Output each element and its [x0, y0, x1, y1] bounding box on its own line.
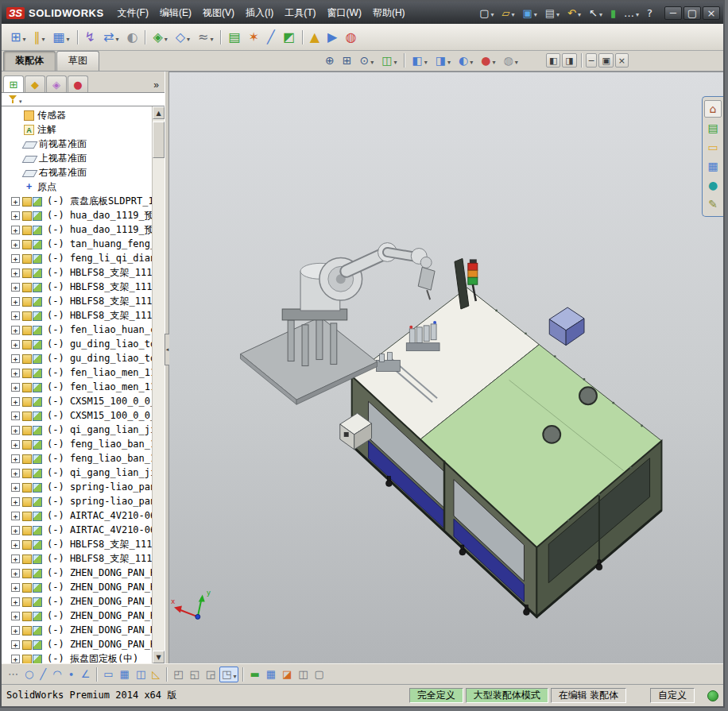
- graphics-area[interactable]: x y ⌂▤▭▦●✎: [169, 71, 723, 663]
- hide-show-items-button[interactable]: ◐: [455, 52, 476, 68]
- mass-properties-button[interactable]: ▦: [264, 667, 278, 682]
- tree-item[interactable]: (-) ZHEN_DONG_PAN_KO: [2, 623, 152, 637]
- menu-help[interactable]: 帮助(H): [367, 4, 411, 22]
- expand-toggle[interactable]: [11, 354, 20, 363]
- expand-toggle[interactable]: [11, 555, 20, 563]
- tree-item[interactable]: (-) ZHEN_DONG_PAN_KO: [2, 580, 152, 594]
- display-style-dropdown[interactable]: [447, 53, 451, 68]
- tree-item[interactable]: (-) fen_liao_men_11: [2, 380, 152, 394]
- arc-tool-button[interactable]: ◠: [50, 667, 64, 682]
- reference-geometry-dropdown[interactable]: [187, 30, 190, 44]
- section-properties-button[interactable]: ◪: [280, 667, 294, 682]
- expand-toggle[interactable]: [11, 640, 20, 649]
- file-explorer-button[interactable]: ▭: [704, 138, 722, 156]
- trim-entities-button[interactable]: ◺: [149, 667, 162, 682]
- display-style-button[interactable]: ◨: [432, 52, 454, 68]
- expand-toggle[interactable]: [11, 426, 20, 435]
- tab-sketch[interactable]: 草图: [56, 51, 99, 71]
- edit-appearance-button[interactable]: ◍: [342, 28, 359, 47]
- reference-geometry-button[interactable]: ◇: [172, 28, 193, 47]
- show-hidden-components-button[interactable]: ◐: [123, 28, 141, 47]
- tree-item[interactable]: (-) hua_dao_1119_预顶: [2, 222, 152, 237]
- expand-toggle[interactable]: [11, 655, 20, 663]
- display-pane-toggle-button[interactable]: ◨: [562, 53, 576, 68]
- featuremanager-button[interactable]: ⊞: [3, 75, 24, 92]
- linear-sketch-pattern-button[interactable]: ▦: [118, 667, 132, 682]
- menu-file[interactable]: 文件(F): [112, 4, 154, 22]
- help-button[interactable]: ?: [644, 5, 656, 21]
- expand-toggle[interactable]: [11, 197, 20, 206]
- open-document-button[interactable]: ▱: [498, 5, 517, 21]
- tree-item[interactable]: (-) spring-liao_pan_: [2, 494, 152, 508]
- scroll-thumb[interactable]: [153, 122, 165, 158]
- menu-insert[interactable]: 插入(I): [240, 4, 279, 22]
- expand-toggle[interactable]: [11, 497, 20, 506]
- expand-toggle[interactable]: [11, 612, 20, 620]
- expand-toggle[interactable]: [11, 254, 20, 263]
- assembly-features-dropdown[interactable]: [165, 30, 168, 44]
- doc-close-button[interactable]: ×: [615, 53, 629, 68]
- select-dropdown[interactable]: [599, 6, 602, 20]
- print-dropdown[interactable]: [556, 6, 560, 20]
- tree-item[interactable]: 右视基准面: [2, 165, 152, 180]
- zoom-to-area-button[interactable]: ⊞: [339, 52, 355, 68]
- instant3d-button[interactable]: ▲: [307, 28, 323, 47]
- tree-item[interactable]: (-) ZHEN_DONG_PAN_KO: [2, 594, 152, 609]
- undo-dropdown[interactable]: [578, 6, 581, 20]
- rectangle-tool-button[interactable]: ▭: [101, 667, 115, 682]
- close-button[interactable]: ×: [703, 6, 720, 20]
- expand-toggle[interactable]: [11, 240, 20, 249]
- split-window-button[interactable]: ◫: [296, 667, 310, 682]
- tree-item[interactable]: (-) qi_gang_lian_jie: [2, 466, 152, 480]
- new-document-button[interactable]: ▢: [476, 5, 497, 21]
- expand-toggle[interactable]: [11, 626, 20, 635]
- linear-component-pattern-button[interactable]: ▦: [49, 28, 72, 47]
- tree-item[interactable]: (-) AIRTAC_4V210-06-: [2, 523, 152, 537]
- tree-item[interactable]: (-) feng_liao_ban_11: [2, 437, 152, 451]
- curves-button[interactable]: ≈: [195, 28, 216, 47]
- tree-item[interactable]: (-) feng_li_qi_dian_: [2, 251, 152, 265]
- edit-appearance-hud-button[interactable]: ●: [478, 52, 498, 68]
- insert-components-dropdown[interactable]: [22, 30, 25, 44]
- mate-button[interactable]: ∥: [30, 28, 48, 47]
- view-isometric-dropdown[interactable]: [233, 667, 236, 682]
- tree-item[interactable]: 传感器: [2, 108, 152, 122]
- menu-window[interactable]: 窗口(W): [322, 4, 367, 22]
- expand-toggle[interactable]: [11, 269, 20, 277]
- expand-toggle[interactable]: [11, 412, 20, 420]
- menu-view[interactable]: 视图(V): [197, 4, 240, 22]
- zoom-to-fit-button[interactable]: ⊕: [322, 52, 338, 68]
- tree-item[interactable]: (-) ZHEN_DONG_PAN_KO: [2, 566, 152, 580]
- expand-toggle[interactable]: [11, 369, 20, 377]
- interference-detection-button[interactable]: ◩: [280, 28, 298, 47]
- toolbox-button[interactable]: ▮: [607, 5, 619, 21]
- panel-tab-overflow-button[interactable]: »: [149, 79, 163, 92]
- apply-scene-dropdown[interactable]: [515, 53, 518, 68]
- status-help-icon[interactable]: [707, 690, 718, 701]
- maximize-button[interactable]: ▢: [683, 6, 701, 20]
- tree-scrollbar[interactable]: [152, 106, 165, 663]
- expand-toggle[interactable]: [11, 211, 20, 220]
- tree-item[interactable]: (-) HBLFS8_支架_1119: [2, 551, 152, 566]
- mate-dropdown[interactable]: [41, 30, 45, 44]
- expand-toggle[interactable]: [11, 526, 20, 535]
- solidworks-resources-button[interactable]: ⌂: [704, 100, 722, 118]
- view-orientation-dropdown[interactable]: [424, 53, 428, 68]
- line-tool-button[interactable]: ╱: [37, 667, 48, 682]
- expand-toggle[interactable]: [11, 440, 20, 449]
- tree-item[interactable]: 原点: [2, 180, 152, 194]
- scroll-up-button[interactable]: [153, 106, 165, 119]
- tree-item[interactable]: (-) CXSM15_100_0_0_0: [2, 408, 152, 423]
- section-view-dropdown[interactable]: [393, 53, 397, 68]
- view-front-button[interactable]: ◱: [188, 667, 202, 682]
- filter-dropdown[interactable]: [19, 92, 22, 106]
- tree-item[interactable]: (-) spring-liao_pan_: [2, 480, 152, 494]
- tree-item[interactable]: (-) HBLFS8_支架_1119: [2, 537, 152, 551]
- tree-item[interactable]: (-) HBLFS8_支架_1119: [2, 265, 152, 280]
- smart-fasteners-button[interactable]: ↯: [82, 28, 99, 47]
- view-orientation-button[interactable]: ◧: [409, 52, 430, 68]
- options-dropdown[interactable]: [636, 6, 639, 20]
- tab-assembly[interactable]: 装配体: [3, 51, 56, 71]
- expand-toggle[interactable]: [11, 483, 20, 492]
- assembly-features-button[interactable]: ◈: [149, 28, 170, 47]
